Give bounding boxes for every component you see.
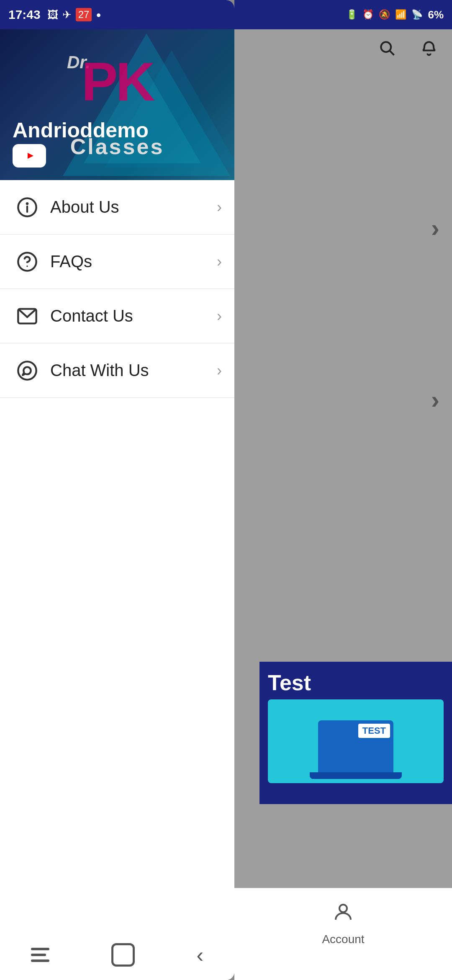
course-card[interactable]: Test TEST <box>259 662 452 804</box>
chat-with-us-label: Chat With Us <box>50 361 217 380</box>
whatsapp-icon <box>13 356 42 385</box>
signal-icon: 📡 <box>411 9 423 20</box>
drawer-panel: 17:43 🖼 ✈ 27 ● Dr. PK Classes Andrioddem… <box>0 0 234 980</box>
nav-icons <box>234 29 452 67</box>
back-icon: ‹ <box>196 943 203 967</box>
status-gallery-icon: 🖼 <box>47 8 58 21</box>
account-icon <box>332 901 354 928</box>
bottom-nav: Account <box>234 888 452 980</box>
pk-text: PK <box>82 50 153 113</box>
chat-with-us-chevron: › <box>217 362 222 379</box>
status-telegram-icon: ✈ <box>62 8 72 21</box>
about-us-label: About Us <box>50 198 217 217</box>
svg-point-7 <box>26 266 28 267</box>
menu-item-faqs[interactable]: FAQs › <box>0 235 234 289</box>
about-us-chevron: › <box>217 199 222 216</box>
alarm-icon: ⏰ <box>362 9 374 20</box>
android-nav: ‹ <box>0 930 234 980</box>
menu-item-chat-with-us[interactable]: Chat With Us › <box>0 343 234 398</box>
status-time: 17:43 <box>8 8 41 22</box>
status-bar-left: 17:43 🖼 ✈ 27 ● <box>0 0 234 29</box>
info-icon <box>13 193 42 222</box>
status-bar-right: 🔋 ⏰ 🔕 📶 📡 6% <box>234 0 452 29</box>
contact-us-label: Contact Us <box>50 307 217 325</box>
laptop-shape: TEST <box>318 720 393 775</box>
mute-icon: 🔕 <box>379 9 390 20</box>
home-icon <box>111 943 135 967</box>
recent-apps-button[interactable] <box>31 948 49 962</box>
back-button[interactable]: ‹ <box>196 943 203 967</box>
drawer-menu: About Us › FAQs › Contact <box>0 180 234 980</box>
drawer-header: Dr. PK Classes Andrioddemo <box>0 29 234 180</box>
youtube-icon <box>21 150 38 162</box>
menu-item-contact-us[interactable]: Contact Us › <box>0 289 234 343</box>
contact-us-chevron: › <box>217 307 222 325</box>
faqs-label: FAQs <box>50 252 217 271</box>
svg-point-10 <box>381 42 391 52</box>
test-badge: TEST <box>358 724 390 738</box>
youtube-button[interactable] <box>13 144 46 168</box>
right-background-panel: › › Test TEST Account <box>234 0 452 980</box>
recent-bar-3 <box>31 959 49 962</box>
mail-icon <box>13 302 42 331</box>
status-dot: ● <box>96 10 101 20</box>
wifi-icon: 📶 <box>395 9 406 20</box>
svg-point-9 <box>18 361 36 379</box>
account-label: Account <box>322 933 364 946</box>
battery-percent: 6% <box>428 8 444 21</box>
recent-bar-1 <box>31 948 49 950</box>
right-chevron-2[interactable]: › <box>431 385 439 414</box>
drawer-title: Andrioddemo <box>13 118 149 142</box>
faqs-chevron: › <box>217 253 222 271</box>
home-button[interactable] <box>111 943 135 967</box>
help-icon <box>13 247 42 276</box>
notification-button[interactable] <box>419 38 439 59</box>
battery-icon: 🔋 <box>346 9 357 20</box>
menu-item-about-us[interactable]: About Us › <box>0 180 234 235</box>
recent-bar-2 <box>31 954 46 956</box>
svg-line-11 <box>390 51 394 55</box>
search-button[interactable] <box>377 38 398 59</box>
course-card-title: Test <box>259 662 452 699</box>
laptop-base <box>310 772 402 779</box>
status-notification-badge: 27 <box>76 8 92 21</box>
svg-point-0 <box>339 905 347 912</box>
account-tab[interactable]: Account <box>322 901 364 946</box>
right-chevron-1[interactable]: › <box>431 214 439 242</box>
course-card-screen: TEST <box>268 699 444 783</box>
